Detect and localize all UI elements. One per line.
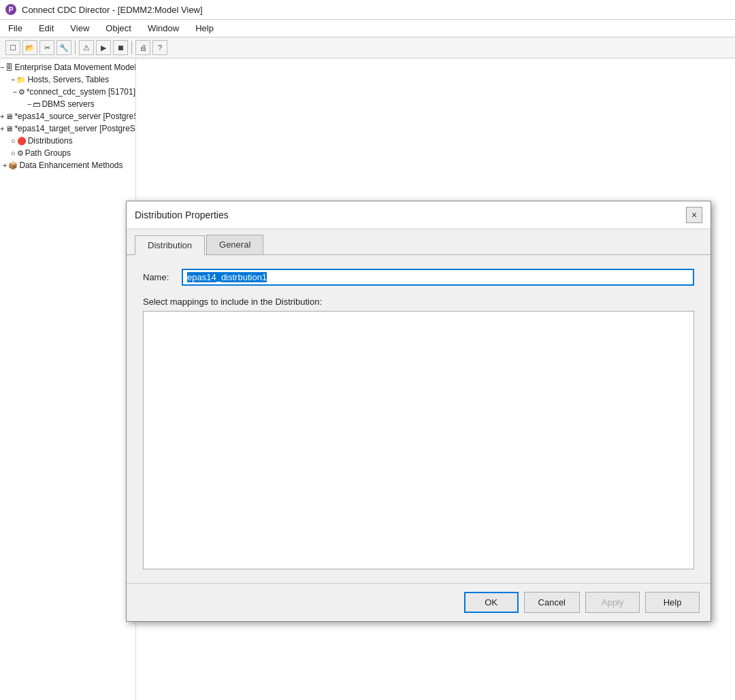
- dbms-icon: 🗃: [33, 100, 40, 108]
- cancel-button[interactable]: Cancel: [524, 592, 580, 613]
- server-icon-1: 🖥: [5, 112, 13, 120]
- tree-item-dbms-label: DBMS servers: [42, 99, 94, 109]
- toolbar-wrench[interactable]: 🔧: [56, 40, 71, 55]
- dialog-title: Distribution Properties: [135, 210, 229, 220]
- tree-item-cdc-label: *connect_cdc_system [51701]: [27, 87, 135, 97]
- toolbar-play[interactable]: ▶: [96, 40, 111, 55]
- mappings-label: Select mappings to include in the Distri…: [143, 297, 694, 307]
- menu-view[interactable]: View: [67, 22, 92, 35]
- toolbar-open[interactable]: 📂: [22, 40, 37, 55]
- tree-item-source-label: *epas14_source_server [PostgreSQL]: [14, 112, 136, 121]
- menu-edit[interactable]: Edit: [36, 22, 56, 35]
- menu-help[interactable]: Help: [193, 22, 216, 35]
- toolbar-print[interactable]: 🖨: [135, 40, 150, 55]
- menu-bar: File Edit View Object Window Help: [0, 20, 735, 37]
- name-input[interactable]: [182, 269, 694, 286]
- toolbar-cut[interactable]: ✂: [39, 40, 54, 55]
- collapse-icon-3: −: [12, 88, 16, 96]
- tree-item-distributions[interactable]: ○ 🔴 Distributions: [0, 135, 135, 147]
- menu-file[interactable]: File: [5, 22, 25, 35]
- name-label: Name:: [143, 272, 174, 282]
- menu-object[interactable]: Object: [103, 22, 134, 35]
- ok-button[interactable]: OK: [464, 592, 519, 613]
- server-icon-2: 🖥: [5, 124, 13, 133]
- tree-item-target-label: *epas14_target_server [PostgreSQL]: [14, 124, 136, 133]
- name-row: Name:: [143, 269, 694, 286]
- dialog-content: Name: Select mappings to include in the …: [127, 255, 710, 583]
- enhancement-icon: 📦: [8, 161, 18, 170]
- tree-item-target[interactable]: + 🖥 *epas14_target_server [PostgreSQL]: [0, 122, 135, 135]
- toolbar: ☐ 📂 ✂ 🔧 ⚠ ▶ ⏹ 🖨 ?: [0, 37, 735, 59]
- title-bar: P Connect CDC Director - [EDMM2:Model Vi…: [0, 0, 735, 20]
- distribution-properties-dialog: Distribution Properties × Distribution G…: [126, 201, 711, 622]
- dialog-footer: OK Cancel Apply Help: [127, 583, 710, 621]
- toolbar-warning[interactable]: ⚠: [79, 40, 94, 55]
- tree-item-hosts-label: Hosts, Servers, Tables: [27, 75, 109, 84]
- apply-button[interactable]: Apply: [585, 592, 640, 613]
- tree-item-pathgroups-label: Path Groups: [25, 148, 71, 158]
- tree-item-root[interactable]: − 🗄 Enterprise Data Movement Model [Test…: [0, 61, 135, 73]
- path-bullet: ○: [11, 149, 16, 157]
- db-icon: 🗄: [5, 63, 13, 71]
- tab-general[interactable]: General: [206, 235, 263, 254]
- toolbar-sep-1: [75, 41, 76, 54]
- cdc-icon: ⚙: [18, 88, 25, 97]
- tree-item-dbms[interactable]: − 🗃 DBMS servers: [0, 98, 135, 110]
- dialog-tabs: Distribution General: [127, 229, 710, 255]
- tab-distribution[interactable]: Distribution: [135, 235, 205, 255]
- tree-item-distributions-label: Distributions: [28, 136, 73, 146]
- dialog-titlebar: Distribution Properties ×: [127, 201, 710, 229]
- toolbar-new[interactable]: ☐: [5, 40, 20, 55]
- expand-icon-1: +: [0, 112, 4, 120]
- window-title: Connect CDC Director - [EDMM2:Model View…: [22, 5, 203, 15]
- collapse-icon-4: −: [27, 100, 31, 108]
- mappings-box[interactable]: [143, 311, 694, 569]
- tree-panel: − 🗄 Enterprise Data Movement Model [Test…: [0, 59, 136, 700]
- toolbar-help[interactable]: ?: [152, 40, 167, 55]
- tree-item-label: Enterprise Data Movement Model [Test] [V…: [14, 63, 136, 72]
- collapse-icon: −: [0, 63, 4, 71]
- expand-icon-3: +: [3, 161, 7, 169]
- dist-icon: 🔴: [17, 137, 27, 146]
- help-button[interactable]: Help: [645, 592, 700, 613]
- collapse-icon-2: −: [11, 76, 15, 84]
- menu-window[interactable]: Window: [145, 22, 182, 35]
- path-icon: ⚙: [17, 149, 24, 158]
- folder-icon: 📁: [16, 76, 26, 84]
- dialog-close-button[interactable]: ×: [686, 207, 702, 223]
- tree-item-source[interactable]: + 🖥 *epas14_source_server [PostgreSQL]: [0, 110, 135, 122]
- tree-item-pathgroups[interactable]: ○ ⚙ Path Groups: [0, 147, 135, 159]
- tree-item-cdc[interactable]: − ⚙ *connect_cdc_system [51701]: [0, 86, 135, 98]
- dist-bullet: ○: [11, 137, 16, 145]
- app-icon: P: [5, 4, 16, 15]
- expand-icon-2: +: [0, 124, 4, 133]
- tree-item-data-enhancement-label: Data Enhancement Methods: [19, 161, 122, 170]
- toolbar-sep-2: [131, 41, 132, 54]
- toolbar-stop[interactable]: ⏹: [113, 40, 128, 55]
- tree-item-data-enhancement[interactable]: + 📦 Data Enhancement Methods: [0, 159, 135, 171]
- tree-item-hosts[interactable]: − 📁 Hosts, Servers, Tables: [0, 73, 135, 86]
